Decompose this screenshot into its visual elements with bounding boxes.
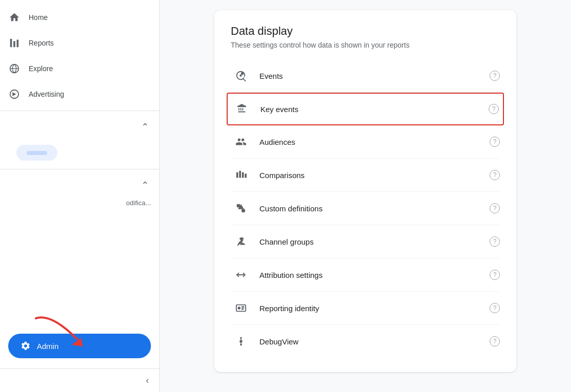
channel-groups-label: Channel groups <box>259 237 490 246</box>
debugview-help[interactable]: ? <box>490 336 500 346</box>
key-events-label: Key events <box>260 105 489 114</box>
events-icon <box>231 66 251 86</box>
svg-rect-1 <box>13 41 15 47</box>
panel-section-2: ⌃ <box>0 173 159 197</box>
comparisons-help[interactable]: ? <box>490 170 500 180</box>
sidebar: Home Reports Expl <box>0 0 160 392</box>
advertising-icon <box>8 88 20 100</box>
svg-point-6 <box>241 72 244 75</box>
debugview-label: DebugView <box>259 337 490 346</box>
comparisons-label: Comparisons <box>259 171 490 180</box>
menu-item-reporting-identity[interactable]: Reporting identity ? <box>231 292 500 325</box>
main-content: Data display These settings control how … <box>160 0 571 392</box>
admin-button[interactable]: Admin <box>8 334 151 358</box>
channel-groups-icon <box>231 231 251 252</box>
home-icon <box>8 11 20 24</box>
reporting-identity-help[interactable]: ? <box>490 303 500 313</box>
svg-rect-0 <box>10 39 12 48</box>
reporting-identity-icon <box>231 298 251 318</box>
comparisons-icon <box>231 165 251 185</box>
audiences-help[interactable]: ? <box>490 137 500 147</box>
svg-rect-7 <box>236 172 238 178</box>
key-events-icon <box>232 99 252 119</box>
attribution-settings-icon <box>231 265 251 285</box>
svg-point-21 <box>240 344 242 346</box>
svg-rect-18 <box>241 309 244 310</box>
gear-icon <box>20 341 31 351</box>
admin-btn-container: Admin <box>0 325 159 368</box>
panel-section-1: ⌃ <box>0 115 159 139</box>
svg-rect-9 <box>242 172 244 178</box>
admin-label: Admin <box>37 342 59 351</box>
key-events-help[interactable]: ? <box>489 104 499 114</box>
custom-definitions-label: Custom definitions <box>259 204 490 213</box>
sidebar-item-reports-label: Reports <box>29 39 54 47</box>
svg-point-15 <box>238 307 241 310</box>
events-help[interactable]: ? <box>490 71 500 81</box>
menu-item-attribution-settings[interactable]: Attribution settings ? <box>231 258 500 292</box>
svg-rect-17 <box>241 308 245 309</box>
audiences-label: Audiences <box>259 138 490 146</box>
custom-definitions-help[interactable]: ? <box>490 203 500 213</box>
custom-definitions-icon <box>231 198 251 219</box>
audiences-icon <box>231 132 251 152</box>
sidebar-item-home-label: Home <box>29 13 48 21</box>
attribution-settings-label: Attribution settings <box>259 271 490 279</box>
reports-icon <box>8 37 20 49</box>
svg-rect-16 <box>241 306 245 307</box>
card-title: Data display <box>231 25 500 38</box>
channel-groups-help[interactable]: ? <box>490 236 500 247</box>
menu-item-debugview[interactable]: DebugView ? <box>231 325 500 358</box>
menu-item-comparisons[interactable]: Comparisons ? <box>231 159 500 192</box>
sidebar-item-advertising-label: Advertising <box>29 90 64 98</box>
debugview-icon <box>231 331 251 352</box>
svg-point-19 <box>239 340 243 343</box>
collapse-sidebar-btn[interactable]: ‹ <box>144 373 151 388</box>
menu-item-events[interactable]: Events ? <box>231 59 500 93</box>
svg-rect-8 <box>239 171 241 178</box>
sidebar-nav: Home Reports Expl <box>0 0 159 325</box>
chevron-up-btn-1[interactable]: ⌃ <box>139 119 151 135</box>
svg-rect-2 <box>17 40 19 48</box>
svg-point-20 <box>240 337 242 339</box>
highlighted-item[interactable] <box>16 145 57 161</box>
menu-item-key-events[interactable]: Key events ? <box>227 93 504 125</box>
svg-rect-10 <box>245 173 247 178</box>
card-subtitle: These settings control how data is shown… <box>231 41 500 49</box>
sidebar-item-advertising[interactable]: Advertising <box>0 82 155 106</box>
svg-point-13 <box>241 209 245 212</box>
sidebar-item-explore[interactable]: Explore <box>0 56 155 81</box>
sidebar-item-reports[interactable]: Reports <box>0 31 155 55</box>
explore-icon <box>8 62 20 75</box>
sidebar-item-explore-label: Explore <box>29 64 53 73</box>
menu-item-custom-definitions[interactable]: Custom definitions ? <box>231 192 500 225</box>
menu-item-channel-groups[interactable]: Channel groups ? <box>231 225 500 258</box>
attribution-settings-help[interactable]: ? <box>490 270 500 280</box>
chevron-up-btn-2[interactable]: ⌃ <box>139 178 151 193</box>
data-display-card: Data display These settings control how … <box>214 10 516 372</box>
menu-item-audiences[interactable]: Audiences ? <box>231 125 500 159</box>
reporting-identity-label: Reporting identity <box>259 304 490 313</box>
sidebar-item-home[interactable]: Home <box>0 5 155 30</box>
truncated-item: odifica... <box>0 197 159 209</box>
events-label: Events <box>259 72 490 80</box>
collapse-btn-container: ‹ <box>0 368 159 392</box>
